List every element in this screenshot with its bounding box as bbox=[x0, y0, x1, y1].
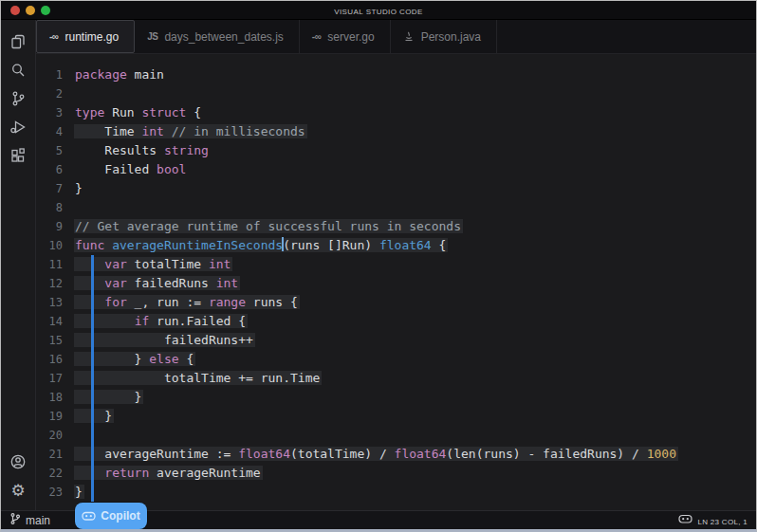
code-text bbox=[63, 198, 75, 217]
line-number: 1 bbox=[36, 65, 63, 84]
line-number: 6 bbox=[36, 160, 63, 179]
line-number: 5 bbox=[36, 141, 63, 160]
code-text: Results string bbox=[63, 141, 209, 160]
code-line-1[interactable]: 1package main bbox=[36, 65, 756, 84]
code-text bbox=[63, 84, 75, 103]
code-line-7[interactable]: 7} bbox=[36, 179, 756, 198]
code-line-3[interactable]: 3type Run struct { bbox=[36, 103, 756, 122]
code-text: // Get average runtime of successful run… bbox=[63, 217, 461, 236]
tab-bar: -∞runtime.goJSdays_between_dates.js-∞ser… bbox=[36, 20, 756, 54]
line-number: 4 bbox=[36, 122, 63, 141]
settings-gear-icon[interactable]: ⚙ bbox=[4, 476, 32, 504]
code-text: func averageRuntimeInSeconds(runs []Run)… bbox=[63, 236, 446, 255]
code-line-18[interactable]: 18 } bbox=[36, 388, 756, 407]
cursor-position: Ln 23 Col, 1 bbox=[697, 514, 748, 527]
line-number: 8 bbox=[36, 198, 63, 217]
code-line-5[interactable]: 5 Results string bbox=[36, 141, 756, 160]
copilot-badge[interactable]: Copilot bbox=[75, 503, 147, 529]
code-line-12[interactable]: 12 var failedRuns int bbox=[36, 274, 756, 293]
line-number: 16 bbox=[36, 350, 63, 369]
code-line-2[interactable]: 2 bbox=[36, 84, 756, 103]
window-title: Visual Studio Code bbox=[1, 5, 756, 16]
code-line-9[interactable]: 9// Get average runtime of successful ru… bbox=[36, 217, 756, 236]
code-text: var failedRuns int bbox=[63, 274, 238, 293]
branch-indicator[interactable]: main bbox=[9, 512, 50, 528]
code-line-10[interactable]: 10func averageRuntimeInSeconds(runs []Ru… bbox=[36, 236, 756, 255]
line-number: 3 bbox=[36, 103, 63, 122]
account-icon[interactable] bbox=[4, 448, 32, 476]
tab-label: server.go bbox=[327, 30, 374, 44]
code-line-4[interactable]: 4 Time int // in milliseconds bbox=[36, 122, 756, 141]
code-editor[interactable]: 1package main23type Run struct {4 Time i… bbox=[36, 54, 756, 510]
code-text: } else { bbox=[63, 350, 194, 369]
code-text: Time int // in milliseconds bbox=[63, 122, 305, 141]
code-line-8[interactable]: 8 bbox=[36, 198, 756, 217]
code-text: } bbox=[63, 388, 141, 407]
code-line-11[interactable]: 11 var totalTime int bbox=[36, 255, 756, 274]
line-number: 20 bbox=[36, 426, 63, 445]
line-number: 2 bbox=[36, 84, 63, 103]
line-number: 18 bbox=[36, 388, 63, 407]
code-line-6[interactable]: 6 Failed bool bbox=[36, 160, 756, 179]
tab-runtime.go[interactable]: -∞runtime.go bbox=[36, 20, 135, 53]
go-file-icon: -∞ bbox=[312, 31, 321, 42]
copilot-badge-label: Copilot bbox=[101, 509, 139, 523]
code-text: Failed bool bbox=[63, 160, 186, 179]
search-icon[interactable] bbox=[4, 56, 32, 84]
tab-Person.java[interactable]: Person.java bbox=[391, 20, 497, 53]
line-number: 12 bbox=[36, 274, 63, 293]
run-and-debug-icon[interactable] bbox=[4, 113, 32, 141]
line-number: 11 bbox=[36, 255, 63, 274]
line-number: 17 bbox=[36, 369, 63, 388]
git-modified-bar bbox=[91, 255, 94, 502]
code-text: var totalTime int bbox=[63, 255, 231, 274]
tab-label: Person.java bbox=[421, 30, 481, 44]
tab-days_between_dates.js[interactable]: JSdays_between_dates.js bbox=[135, 20, 300, 53]
activity-bar: ⚙ bbox=[1, 20, 36, 510]
tab-label: runtime.go bbox=[65, 30, 119, 44]
go-file-icon: -∞ bbox=[49, 31, 58, 42]
code-line-16[interactable]: 16 } else { bbox=[36, 350, 756, 369]
line-number: 13 bbox=[36, 293, 63, 312]
code-text: } bbox=[63, 179, 83, 198]
code-line-19[interactable]: 19 } bbox=[36, 407, 756, 426]
code-line-14[interactable]: 14 if run.Failed { bbox=[36, 312, 756, 331]
code-line-23[interactable]: 23} bbox=[36, 483, 756, 502]
code-line-22[interactable]: 22 return averageRuntime bbox=[36, 464, 756, 483]
line-number: 22 bbox=[36, 464, 63, 483]
code-text: averageRuntime := float64(totalTime) / f… bbox=[63, 445, 676, 464]
line-number: 9 bbox=[36, 217, 63, 236]
code-line-17[interactable]: 17 totalTime += run.Time bbox=[36, 369, 756, 388]
code-line-20[interactable]: 20 bbox=[36, 426, 756, 445]
code-text: totalTime += run.Time bbox=[63, 369, 320, 388]
code-line-15[interactable]: 15 failedRuns++ bbox=[36, 331, 756, 350]
code-text: } bbox=[63, 407, 112, 426]
cursor-position-indicator[interactable]: Ln 23 Col, 1 bbox=[678, 513, 748, 527]
git-branch-icon bbox=[9, 512, 21, 528]
code-line-13[interactable]: 13 for _, run := range runs { bbox=[36, 293, 756, 312]
line-number: 7 bbox=[36, 179, 63, 198]
title-bar: Visual Studio Code bbox=[1, 1, 756, 20]
vscode-window: Visual Studio Code bbox=[0, 0, 757, 532]
line-number: 19 bbox=[36, 407, 63, 426]
copilot-icon bbox=[82, 510, 96, 522]
js-file-icon: JS bbox=[147, 31, 157, 42]
code-text: package main bbox=[63, 65, 164, 84]
tab-label: days_between_dates.js bbox=[164, 30, 283, 44]
copilot-status-icon bbox=[678, 513, 692, 527]
code-text bbox=[63, 426, 75, 445]
java-file-icon bbox=[403, 30, 415, 44]
line-number: 21 bbox=[36, 445, 63, 464]
line-number: 14 bbox=[36, 312, 63, 331]
code-line-21[interactable]: 21 averageRuntime := float64(totalTime) … bbox=[36, 445, 756, 464]
code-text: for _, run := range runs { bbox=[63, 293, 298, 312]
branch-name: main bbox=[26, 514, 50, 527]
explorer-icon[interactable] bbox=[4, 28, 32, 56]
source-control-icon[interactable] bbox=[4, 84, 32, 113]
code-text: type Run struct { bbox=[63, 103, 201, 122]
code-text: if run.Failed { bbox=[63, 312, 246, 331]
extensions-icon[interactable] bbox=[4, 141, 32, 170]
code-text: } bbox=[63, 483, 83, 502]
tab-server.go[interactable]: -∞server.go bbox=[300, 20, 391, 53]
line-number: 23 bbox=[36, 483, 63, 502]
